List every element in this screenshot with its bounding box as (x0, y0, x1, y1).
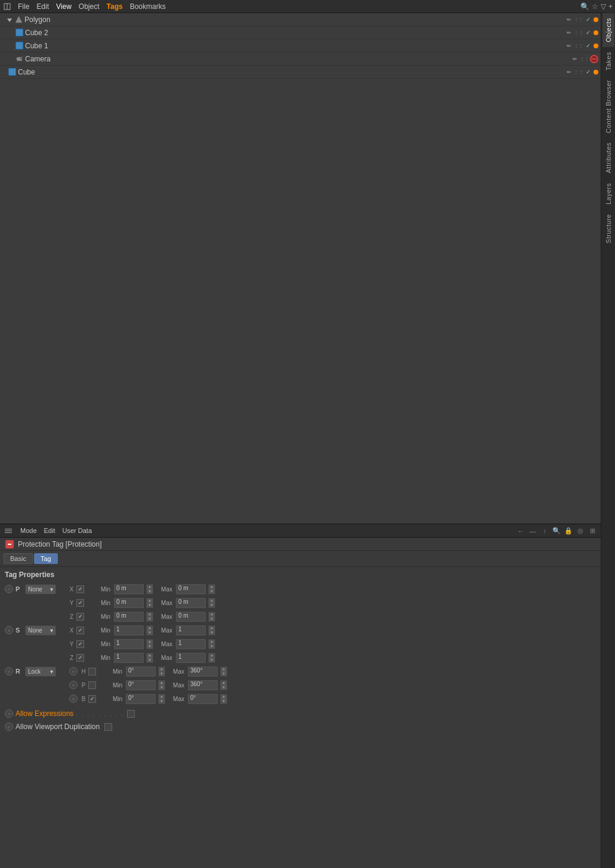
menu-file[interactable]: File (14, 1, 33, 12)
edit-ctrl-polygon[interactable]: ✏ (565, 16, 573, 24)
r-p-min-spinner[interactable]: ▲ ▼ (158, 680, 165, 690)
menu-view[interactable]: View (52, 1, 75, 12)
p-z-checkbox[interactable]: ✓ (76, 613, 84, 621)
r-circle-btn[interactable]: ○ (5, 667, 13, 675)
r-h-min-input[interactable]: 0° (126, 666, 156, 677)
r-h-max-input[interactable]: 360° (188, 666, 218, 677)
lock-icon[interactable]: 🔒 (564, 526, 573, 536)
r-b-max-input[interactable]: 0° (188, 694, 218, 704)
r-b-checkbox[interactable]: ✓ (88, 695, 96, 703)
dots-ctrl-cube1[interactable]: ⋮⋮ (574, 42, 583, 50)
s-dropdown[interactable]: None ▾ (25, 625, 56, 636)
p-circle-btn[interactable]: ○ (5, 585, 13, 593)
dots-ctrl-cube[interactable]: ⋮⋮ (574, 68, 583, 76)
menu-bookmarks[interactable]: Bookmarks (126, 1, 169, 12)
s-y-checkbox[interactable]: ✓ (76, 640, 84, 648)
r-p-checkbox[interactable] (88, 681, 96, 689)
r-dropdown[interactable]: Lock ▾ (25, 666, 56, 677)
add-icon[interactable]: + (608, 2, 613, 11)
p-x-checkbox[interactable]: ✓ (76, 585, 84, 593)
target-icon[interactable]: ◎ (576, 526, 585, 536)
p-y-min-input[interactable]: 0 m (114, 598, 144, 608)
props-menu-edit[interactable]: Edit (41, 525, 59, 538)
s-x-min-input[interactable]: 1 (114, 625, 144, 636)
tab-layers[interactable]: Layers (602, 178, 614, 209)
r-b-min-input[interactable]: 0° (126, 694, 156, 704)
hamburger-menu-icon[interactable] (4, 528, 13, 534)
edit-ctrl-camera[interactable]: ✏ (571, 55, 579, 63)
check-ctrl-cube1[interactable]: ✓ (584, 42, 592, 50)
s-y-min-spinner[interactable]: ▲ ▼ (146, 639, 153, 649)
allow-viewport-circle[interactable]: ○ (5, 723, 13, 731)
p-z-min-input[interactable]: 0 m (114, 612, 144, 622)
s-x-max-input[interactable]: 1 (176, 625, 206, 636)
s-z-checkbox[interactable]: ✓ (76, 654, 84, 662)
tab-basic[interactable]: Basic (4, 553, 33, 564)
tab-tag[interactable]: Tag (34, 553, 58, 564)
menu-edit[interactable]: Edit (33, 1, 52, 12)
tab-attributes[interactable]: Attributes (602, 138, 614, 178)
r-h-max-spinner[interactable]: ▲ ▼ (220, 666, 227, 677)
p-z-max-input[interactable]: 0 m (176, 612, 206, 622)
p-z-min-spinner[interactable]: ▲ ▼ (146, 612, 153, 622)
search-props-icon[interactable]: 🔍 (552, 526, 561, 536)
star-icon[interactable]: ☆ (592, 2, 598, 11)
check-ctrl-cube2[interactable]: ✓ (584, 29, 592, 37)
s-z-max-input[interactable]: 1 (176, 653, 206, 663)
tab-takes[interactable]: Takes (602, 47, 614, 75)
s-y-max-input[interactable]: 1 (176, 639, 206, 649)
p-y-min-spinner[interactable]: ▲ ▼ (146, 598, 153, 608)
check-ctrl-polygon[interactable]: ✓ (584, 16, 592, 24)
p-x-max-input[interactable]: 0 m (176, 584, 206, 594)
tab-structure[interactable]: Structure (602, 209, 614, 248)
s-z-min-input[interactable]: 1 (114, 653, 144, 663)
tab-content-browser[interactable]: Content Browser (602, 75, 614, 138)
s-x-max-spinner[interactable]: ▲ ▼ (208, 625, 215, 636)
dots-ctrl-camera[interactable]: ⋮⋮ (580, 55, 589, 63)
p-y-max-spinner[interactable]: ▲ ▼ (208, 598, 215, 608)
props-menu-mode[interactable]: Mode (17, 525, 41, 538)
up-button[interactable]: ↑ (540, 526, 549, 536)
edit-ctrl-cube2[interactable]: ✏ (565, 29, 573, 37)
r-h-checkbox[interactable] (88, 668, 96, 675)
p-x-min-spinner[interactable]: ▲ ▼ (146, 584, 153, 594)
p-y-max-input[interactable]: 0 m (176, 598, 206, 608)
p-dropdown[interactable]: None ▾ (25, 584, 56, 594)
r-h-min-spinner[interactable]: ▲ ▼ (158, 666, 165, 677)
s-x-checkbox[interactable]: ✓ (76, 627, 84, 634)
dash-button[interactable]: — (528, 526, 537, 536)
s-y-min-input[interactable]: 1 (114, 639, 144, 649)
s-y-max-spinner[interactable]: ▲ ▼ (208, 639, 215, 649)
dots-ctrl-cube2[interactable]: ⋮⋮ (574, 29, 583, 37)
filter-icon[interactable]: ▽ (601, 2, 606, 11)
menu-tags[interactable]: Tags (103, 1, 126, 12)
dots-ctrl-polygon[interactable]: ⋮⋮ (574, 16, 583, 24)
search-icon[interactable]: 🔍 (580, 2, 589, 11)
object-row-polygon[interactable]: Polygon ✏ ⋮⋮ ✓ (0, 13, 601, 26)
p-x-max-spinner[interactable]: ▲ ▼ (208, 584, 215, 594)
r-b-min-spinner[interactable]: ▲ ▼ (158, 694, 165, 704)
allow-expressions-checkbox[interactable] (127, 710, 135, 718)
p-x-min-input[interactable]: 0 m (114, 584, 144, 594)
s-x-min-spinner[interactable]: ▲ ▼ (146, 625, 153, 636)
expand-props-icon[interactable]: ⊞ (588, 526, 597, 536)
expand-icon-polygon[interactable] (7, 16, 12, 24)
check-ctrl-cube[interactable]: ✓ (584, 68, 592, 76)
object-row-cube1[interactable]: Cube 1 ✏ ⋮⋮ ✓ (0, 39, 601, 52)
edit-ctrl-cube1[interactable]: ✏ (565, 42, 573, 50)
p-y-checkbox[interactable]: ✓ (76, 599, 84, 607)
back-button[interactable]: ← (516, 526, 526, 536)
tab-objects[interactable]: Objects (602, 13, 614, 47)
r-p-circle-btn[interactable]: ○ (69, 681, 78, 689)
s-z-min-spinner[interactable]: ▲ ▼ (146, 653, 153, 663)
allow-viewport-checkbox[interactable] (104, 723, 112, 731)
object-row-cube[interactable]: Cube ✏ ⋮⋮ ✓ (0, 66, 601, 79)
p-z-max-spinner[interactable]: ▲ ▼ (208, 612, 215, 622)
menu-object[interactable]: Object (75, 1, 103, 12)
r-p-max-spinner[interactable]: ▲ ▼ (220, 680, 227, 690)
object-row-camera[interactable]: Camera ✏ ⋮⋮ (0, 52, 601, 66)
r-p-min-input[interactable]: 0° (126, 680, 156, 690)
s-circle-btn[interactable]: ○ (5, 626, 13, 634)
r-b-circle-btn[interactable]: ○ (69, 695, 78, 703)
edit-ctrl-cube[interactable]: ✏ (565, 68, 573, 76)
